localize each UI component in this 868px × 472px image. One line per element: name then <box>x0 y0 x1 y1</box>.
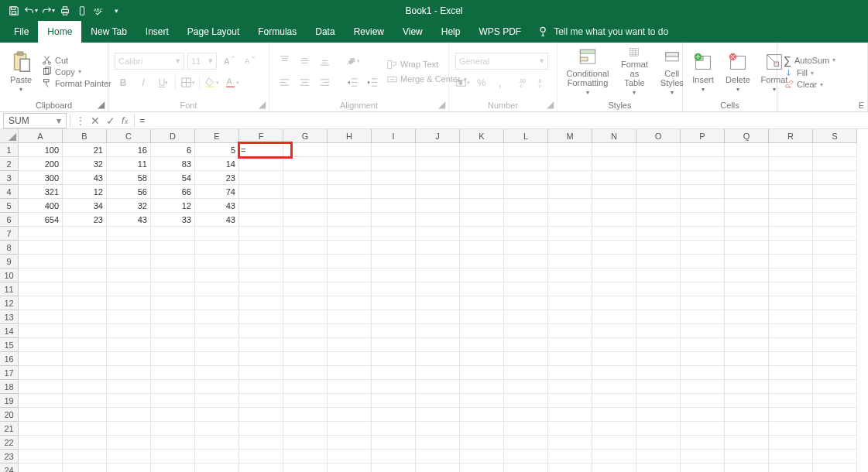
cell-C24[interactable] <box>107 463 151 472</box>
save-icon[interactable] <box>6 3 22 19</box>
comma-button[interactable]: , <box>492 74 508 91</box>
quickprint-icon[interactable] <box>57 3 73 19</box>
cell-N20[interactable] <box>592 408 636 422</box>
cell-Q22[interactable] <box>725 436 769 450</box>
cell-H14[interactable] <box>328 324 372 338</box>
cell-B23[interactable] <box>63 450 107 463</box>
cell-F20[interactable] <box>239 408 283 422</box>
cell-C23[interactable] <box>107 450 151 463</box>
cell-L12[interactable] <box>504 296 548 310</box>
row-header-8[interactable]: 8 <box>0 241 19 255</box>
cell-Q16[interactable] <box>725 352 769 366</box>
cell-P7[interactable] <box>681 227 725 241</box>
cell-I16[interactable] <box>372 352 416 366</box>
cell-O10[interactable] <box>636 268 681 282</box>
cell-M5[interactable] <box>548 199 592 213</box>
cell-D1[interactable]: 6 <box>151 143 195 157</box>
cell-K12[interactable] <box>460 296 504 310</box>
align-middle-icon[interactable] <box>296 53 313 70</box>
cell-A12[interactable] <box>19 296 63 310</box>
cell-S11[interactable] <box>813 282 857 296</box>
cell-D18[interactable] <box>151 380 195 394</box>
cell-A5[interactable]: 400 <box>19 199 63 213</box>
font-color-button[interactable]: A▾ <box>223 74 240 91</box>
cell-D19[interactable] <box>151 394 195 408</box>
cell-E13[interactable] <box>195 310 239 324</box>
undo-icon[interactable]: ▾ <box>23 3 39 19</box>
cell-I12[interactable] <box>372 296 416 310</box>
cell-M23[interactable] <box>548 450 592 463</box>
cell-D11[interactable] <box>151 282 195 296</box>
cell-B11[interactable] <box>63 282 107 296</box>
cell-E20[interactable] <box>195 408 239 422</box>
cell-F22[interactable] <box>239 436 283 450</box>
cell-A8[interactable] <box>19 241 63 255</box>
cell-O14[interactable] <box>636 324 681 338</box>
cell-C11[interactable] <box>107 282 151 296</box>
cell-K7[interactable] <box>460 227 504 241</box>
clear-button[interactable]: Clear▾ <box>784 80 835 90</box>
cell-B22[interactable] <box>63 436 107 450</box>
cell-K10[interactable] <box>460 268 504 282</box>
cell-S15[interactable] <box>813 338 857 352</box>
cell-S9[interactable] <box>813 255 857 268</box>
col-header-L[interactable]: L <box>504 129 548 143</box>
cell-G10[interactable] <box>283 268 328 282</box>
cell-L20[interactable] <box>504 408 548 422</box>
cell-L13[interactable] <box>504 310 548 324</box>
cell-B2[interactable]: 32 <box>63 157 107 171</box>
cell-M10[interactable] <box>548 268 592 282</box>
cell-O7[interactable] <box>636 227 681 241</box>
cell-R3[interactable] <box>769 171 813 185</box>
border-button[interactable]: ▾ <box>179 74 196 91</box>
cell-K18[interactable] <box>460 380 504 394</box>
cell-B7[interactable] <box>63 227 107 241</box>
cell-H5[interactable] <box>328 199 372 213</box>
cell-I9[interactable] <box>372 255 416 268</box>
cell-I18[interactable] <box>372 380 416 394</box>
cell-J18[interactable] <box>416 380 460 394</box>
cell-J6[interactable] <box>416 213 460 227</box>
cell-H19[interactable] <box>328 394 372 408</box>
cell-O17[interactable] <box>636 366 681 380</box>
cell-K15[interactable] <box>460 338 504 352</box>
cell-L19[interactable] <box>504 394 548 408</box>
cell-C3[interactable]: 58 <box>107 171 151 185</box>
cell-P8[interactable] <box>681 241 725 255</box>
select-all-corner[interactable] <box>0 129 19 143</box>
row-header-13[interactable]: 13 <box>0 310 19 324</box>
tab-review[interactable]: Review <box>345 21 393 43</box>
col-header-C[interactable]: C <box>107 129 151 143</box>
cell-F9[interactable] <box>239 255 283 268</box>
cell-A23[interactable] <box>19 450 63 463</box>
cell-M3[interactable] <box>548 171 592 185</box>
cell-Q11[interactable] <box>725 282 769 296</box>
cell-D16[interactable] <box>151 352 195 366</box>
row-header-7[interactable]: 7 <box>0 227 19 241</box>
cell-F14[interactable] <box>239 324 283 338</box>
cell-F11[interactable] <box>239 282 283 296</box>
cell-P18[interactable] <box>681 380 725 394</box>
cell-L14[interactable] <box>504 324 548 338</box>
fill-color-button[interactable]: ▾ <box>203 74 220 91</box>
row-header-15[interactable]: 15 <box>0 338 19 352</box>
cell-C14[interactable] <box>107 324 151 338</box>
cell-K20[interactable] <box>460 408 504 422</box>
cell-A11[interactable] <box>19 282 63 296</box>
cell-N16[interactable] <box>592 352 636 366</box>
col-header-J[interactable]: J <box>416 129 460 143</box>
cell-B15[interactable] <box>63 338 107 352</box>
align-center-icon[interactable] <box>296 74 313 91</box>
cell-G12[interactable] <box>283 296 328 310</box>
cell-Q12[interactable] <box>725 296 769 310</box>
cell-H3[interactable] <box>328 171 372 185</box>
cancel-formula-button[interactable]: ✕ <box>91 115 100 127</box>
col-header-E[interactable]: E <box>195 129 239 143</box>
cell-M24[interactable] <box>548 463 592 472</box>
col-header-K[interactable]: K <box>460 129 504 143</box>
cell-G20[interactable] <box>283 408 328 422</box>
cell-M18[interactable] <box>548 380 592 394</box>
cell-D21[interactable] <box>151 422 195 436</box>
cell-F4[interactable] <box>239 185 283 199</box>
cell-O9[interactable] <box>636 255 681 268</box>
